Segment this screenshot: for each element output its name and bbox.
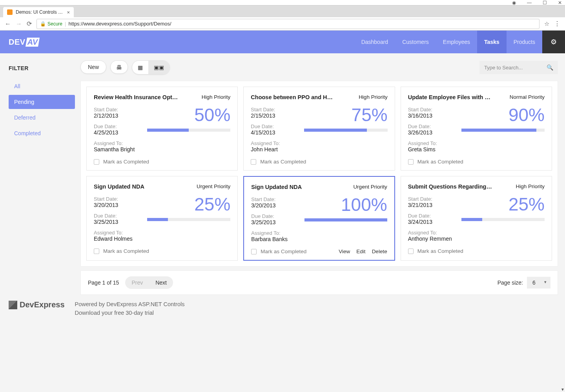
browser-tab[interactable]: Demos: UI Controls and F ×: [3, 7, 74, 17]
secure-label: Secure: [47, 21, 62, 27]
header-nav: DashboardCustomersEmployeesTasksProducts: [354, 31, 542, 53]
search-icon[interactable]: 🔍: [547, 64, 553, 71]
progress-bar: [461, 129, 545, 132]
view-button[interactable]: View: [339, 249, 350, 254]
task-card[interactable]: Choose between PPO and HMO ... High Prio…: [243, 87, 395, 171]
assigned-to-label: Assigned To:: [94, 140, 141, 146]
toolbar: New 🖶 ▦ ▣▣ Type to Search... 🔍: [80, 60, 558, 74]
close-icon[interactable]: ✕: [558, 0, 562, 5]
filter-all[interactable]: All: [9, 79, 75, 93]
reload-icon[interactable]: ⟳: [27, 20, 32, 27]
mark-completed-checkbox[interactable]: [408, 249, 414, 254]
assigned-to-label: Assigned To:: [408, 140, 455, 146]
filter-completed[interactable]: Completed: [9, 126, 75, 140]
due-date-label: Due Date:: [94, 213, 141, 219]
new-button[interactable]: New: [80, 60, 106, 74]
grid-view-button[interactable]: ▣▣: [148, 61, 170, 74]
assigned-to-value: Barbara Banks: [251, 236, 298, 242]
forward-icon[interactable]: →: [16, 20, 22, 27]
due-date-value: 4/25/2013: [94, 129, 141, 136]
progress-bar: [461, 218, 545, 221]
minimize-icon[interactable]: —: [527, 0, 532, 5]
search-input[interactable]: Type to Search... 🔍: [479, 61, 558, 74]
mark-completed-checkbox[interactable]: [251, 249, 257, 254]
filter-list: AllPendingDeferredCompleted: [9, 79, 75, 140]
task-card[interactable]: Sign Updated NDA Urgent Priority Start D…: [243, 176, 395, 261]
due-date-value: 3/25/2013: [94, 219, 141, 225]
logo-part2: AV: [26, 38, 40, 47]
nav-products[interactable]: Products: [507, 31, 542, 53]
page-size-select[interactable]: 6: [527, 277, 550, 289]
progress-percent: 50%: [147, 106, 230, 124]
table-view-button[interactable]: ▦: [132, 61, 148, 74]
task-card[interactable]: Submit Questions Regarding Ne... High Pr…: [401, 176, 552, 261]
mark-completed-checkbox[interactable]: [94, 249, 99, 254]
task-card[interactable]: Review Health Insurance Option... High P…: [86, 87, 238, 171]
progress-percent: 25%: [461, 195, 545, 213]
mark-completed-label: Mark as Completed: [261, 249, 306, 254]
grid-icon: ▣▣: [154, 64, 164, 71]
mark-completed-label: Mark as Completed: [103, 248, 149, 254]
tab-close-icon[interactable]: ×: [67, 9, 70, 15]
settings-button[interactable]: ⚙: [542, 31, 565, 53]
due-date-value: 3/25/2013: [251, 219, 298, 225]
mark-completed-label: Mark as Completed: [417, 248, 463, 254]
logo-part1: DEV: [9, 38, 26, 47]
task-priority: High Priority: [202, 94, 231, 100]
page-size-label: Page size:: [498, 279, 523, 286]
user-icon[interactable]: ◉: [512, 0, 516, 5]
view-toggle: ▦ ▣▣: [132, 60, 170, 74]
url-input[interactable]: 🔒 Secure | https://www.devexpress.com/Su…: [36, 19, 539, 29]
footer-line2: Download your free 30-day trial: [75, 309, 185, 318]
start-date-label: Start Date:: [94, 196, 141, 202]
progress-percent: 25%: [147, 195, 230, 213]
mark-completed-checkbox[interactable]: [408, 159, 414, 165]
task-card[interactable]: Update Employee Files with New... Normal…: [401, 87, 552, 171]
progress-fill: [147, 129, 189, 132]
next-button[interactable]: Next: [149, 276, 173, 289]
progress-bar: [147, 129, 230, 132]
start-date-value: 2/12/2013: [94, 113, 141, 119]
due-date-label: Due Date:: [94, 123, 141, 129]
url-text: https://www.devexpress.com/Support/Demos…: [68, 21, 171, 27]
task-card[interactable]: Sign Updated NDA Urgent Priority Start D…: [86, 176, 238, 261]
task-title: Review Health Insurance Option...: [94, 94, 179, 100]
search-placeholder: Type to Search...: [484, 65, 547, 71]
mark-completed-checkbox[interactable]: [94, 159, 99, 165]
nav-customers[interactable]: Customers: [395, 31, 436, 53]
prev-button[interactable]: Prev: [125, 276, 149, 289]
back-icon[interactable]: ←: [5, 20, 11, 27]
browser-menu-icon[interactable]: ⋮: [554, 20, 560, 27]
progress-fill: [304, 218, 387, 221]
app-logo[interactable]: DEVAV: [9, 31, 39, 53]
devexpress-logo[interactable]: DevExpress: [0, 300, 65, 309]
maximize-icon[interactable]: ☐: [543, 0, 547, 5]
delete-button[interactable]: Delete: [372, 249, 387, 254]
assigned-to-label: Assigned To:: [94, 230, 141, 236]
start-date-value: 3/16/2013: [408, 113, 455, 119]
task-title: Sign Updated NDA: [94, 183, 144, 190]
browser-addressbar: ← → ⟳ 🔒 Secure | https://www.devexpress.…: [0, 17, 565, 31]
progress-percent: 75%: [304, 106, 387, 124]
nav-tasks[interactable]: Tasks: [477, 31, 507, 53]
due-date-label: Due Date:: [408, 213, 455, 219]
assigned-to-value: John Heart: [251, 146, 298, 152]
filter-pending[interactable]: Pending: [9, 95, 75, 109]
filter-deferred[interactable]: Deferred: [9, 111, 75, 125]
assigned-to-label: Assigned To:: [251, 230, 298, 236]
favicon-icon: [7, 9, 13, 15]
bookmark-icon[interactable]: ☆: [544, 20, 549, 27]
task-priority: High Priority: [359, 94, 388, 100]
devexpress-mark-icon: [9, 301, 17, 309]
print-button[interactable]: 🖶: [110, 60, 128, 74]
window-titlebar: ◉ — ☐ ✕: [0, 0, 565, 5]
nav-dashboard[interactable]: Dashboard: [354, 31, 396, 53]
nav-employees[interactable]: Employees: [436, 31, 477, 53]
edit-button[interactable]: Edit: [356, 249, 365, 254]
start-date-value: 2/15/2013: [251, 113, 298, 119]
mark-completed-checkbox[interactable]: [251, 159, 256, 165]
progress-bar: [304, 218, 387, 221]
assigned-to-value: Samantha Bright: [94, 146, 141, 152]
assigned-to-label: Assigned To:: [251, 140, 298, 146]
progress-bar: [304, 129, 387, 132]
